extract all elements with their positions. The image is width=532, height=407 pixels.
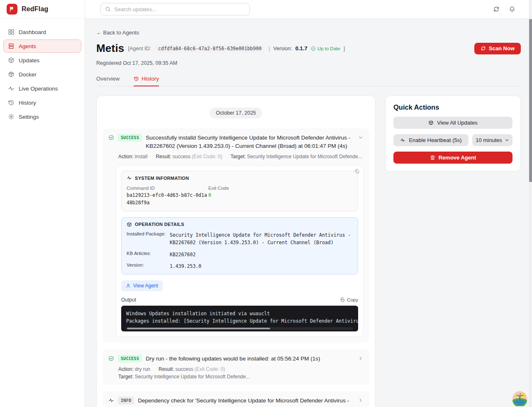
quick-actions-title: Quick Actions (393, 103, 512, 111)
search-input[interactable] (114, 6, 245, 12)
entry-header-row[interactable]: SUCCESS Dry run - the following updates … (108, 354, 364, 363)
entry-title: Successfully installd Security Intellige… (146, 133, 354, 150)
chevron-down-icon (505, 138, 509, 142)
registered-date: Registered Oct 17, 2025, 09:35 AM (96, 60, 521, 66)
activity-pulse-icon (400, 137, 405, 143)
gear-icon (8, 113, 15, 120)
output-label: Output (121, 297, 136, 303)
entry-detail: SYSTEM INFORMATION Command ID ba129213-e… (116, 165, 364, 337)
terminal-horizontal-scrollbar (126, 327, 353, 330)
status-badge: Up to Date (311, 46, 340, 51)
status-badge: SUCCESS (118, 355, 142, 363)
chevron-right-icon[interactable] (358, 356, 364, 361)
view-all-updates-button[interactable]: View All Updates (393, 117, 512, 129)
main-area: ← Back to Agents Metis [Agent ID: cdfdfa… (85, 0, 532, 407)
operation-details-panel: OPERATION DETAILS Installed Package: Sec… (121, 217, 358, 275)
copy-icon[interactable] (354, 169, 360, 174)
check-circle-icon (108, 135, 114, 140)
command-id-value: ba129213-efc0-4d63-b87c-0d1a48b28f9a (127, 192, 208, 207)
topbar (85, 0, 532, 19)
check-circle-icon (108, 356, 114, 361)
sidebar-item-docker[interactable]: Docker (3, 68, 81, 81)
system-information-panel: SYSTEM INFORMATION Command ID ba129213-e… (121, 171, 358, 211)
remove-agent-button[interactable]: Remove Agent (393, 152, 512, 164)
sidebar-item-label: Live Operations (19, 86, 58, 92)
refresh-icon[interactable] (493, 6, 500, 12)
copy-output-button[interactable]: Copy (340, 297, 358, 302)
sidebar-item-label: History (19, 100, 36, 106)
back-to-agents-link[interactable]: ← Back to Agents (96, 29, 139, 36)
history-clock-icon (8, 99, 15, 106)
brand: RedFlag (0, 0, 85, 19)
activity-pulse-icon (127, 175, 132, 181)
enable-heartbeat-button[interactable]: Enable Heartbeat (5s) (393, 134, 469, 146)
history-entry: INFO Dependency check for 'Security Inte… (102, 391, 369, 407)
activity-pulse-icon (8, 85, 15, 92)
sidebar-item-label: Updates (19, 57, 39, 64)
heartbeat-interval-select[interactable]: 10 minutes (472, 134, 512, 146)
scrollbar-thumb[interactable] (127, 328, 270, 329)
dashboard-icon (8, 29, 15, 35)
activity-pulse-icon (108, 397, 114, 403)
exit-code-value: 0 (208, 192, 229, 199)
package-icon (428, 120, 434, 125)
sidebar-nav: Dashboard Agents Updates Docker Live Ope… (0, 19, 85, 130)
entry-title: Dry run - the following updates would be… (146, 354, 354, 363)
tab-history[interactable]: History (134, 76, 159, 86)
agent-header: Metis [Agent ID: cdfdfa84-68c6-47a2-8f56… (96, 42, 521, 55)
brand-name: RedFlag (22, 5, 49, 13)
panel-title: OPERATION DETAILS (135, 222, 184, 227)
entry-meta: Action:dry run Result:success(Exit Code:… (118, 366, 364, 380)
exit-code-label: Exit Code (208, 186, 229, 191)
chevron-down-icon[interactable] (358, 135, 364, 140)
sidebar-item-label: Docker (19, 71, 37, 78)
sidebar-item-settings[interactable]: Settings (3, 110, 81, 123)
tab-overview[interactable]: Overview (96, 76, 120, 86)
history-panel: October 17, 2025 SUCCESS Successfully in… (96, 96, 376, 407)
sidebar: RedFlag Dashboard Agents Updates Docker … (0, 0, 85, 407)
entry-header-row[interactable]: SUCCESS Successfully installd Security I… (108, 133, 364, 150)
topbar-icons (493, 6, 515, 12)
entry-meta: Action:install Result:success(Exit Code:… (118, 154, 364, 159)
sidebar-item-history[interactable]: History (3, 96, 81, 109)
chevron-right-icon[interactable] (358, 397, 364, 403)
island-icon (512, 391, 527, 406)
quick-actions-panel: Quick Actions View All Updates Enable He… (385, 96, 521, 172)
entry-header-row[interactable]: INFO Dependency check for 'Security Inte… (108, 396, 364, 407)
bell-icon[interactable] (509, 6, 515, 12)
entry-title: Dependency check for 'Security Intellige… (138, 396, 354, 407)
agent-id-label: [Agent ID: (128, 46, 151, 51)
sidebar-item-dashboard[interactable]: Dashboard (3, 25, 81, 39)
view-agent-button[interactable]: View Agent (121, 280, 163, 291)
scrollbar-thumb[interactable] (529, 19, 532, 182)
date-chip: October 17, 2025 (210, 108, 262, 118)
sidebar-item-label: Agents (19, 43, 36, 49)
sidebar-item-label: Settings (19, 114, 39, 120)
tab-bar: Overview History (96, 76, 521, 86)
docker-cube-icon (8, 71, 15, 78)
version-value: 0.1.7 (295, 45, 307, 51)
version-label: Version: (273, 46, 292, 51)
check-circle-icon (311, 46, 316, 51)
copy-icon (340, 297, 345, 302)
command-id-label: Command ID (127, 186, 208, 191)
panel-title: SYSTEM INFORMATION (135, 176, 189, 181)
user-icon (126, 283, 131, 288)
package-icon (8, 57, 15, 64)
refresh-icon (481, 46, 486, 51)
status-badge: SUCCESS (118, 134, 142, 142)
content: ← Back to Agents Metis [Agent ID: cdfdfa… (85, 19, 532, 407)
sidebar-item-agents[interactable]: Agents (3, 39, 81, 53)
history-clock-icon (134, 76, 139, 81)
trash-icon (430, 155, 435, 160)
search-input-wrapper (100, 3, 250, 15)
scan-now-button[interactable]: Scan Now (474, 43, 521, 54)
search-icon (105, 6, 111, 12)
island-widget-button[interactable] (512, 391, 527, 406)
redflag-logo-icon (7, 4, 17, 15)
history-entry: SUCCESS Dry run - the following updates … (102, 349, 369, 385)
package-icon (127, 222, 132, 227)
sidebar-item-live-operations[interactable]: Live Operations (3, 82, 81, 95)
sidebar-item-updates[interactable]: Updates (3, 54, 81, 67)
terminal-output: Windows Updates installation initiated v… (121, 306, 358, 331)
